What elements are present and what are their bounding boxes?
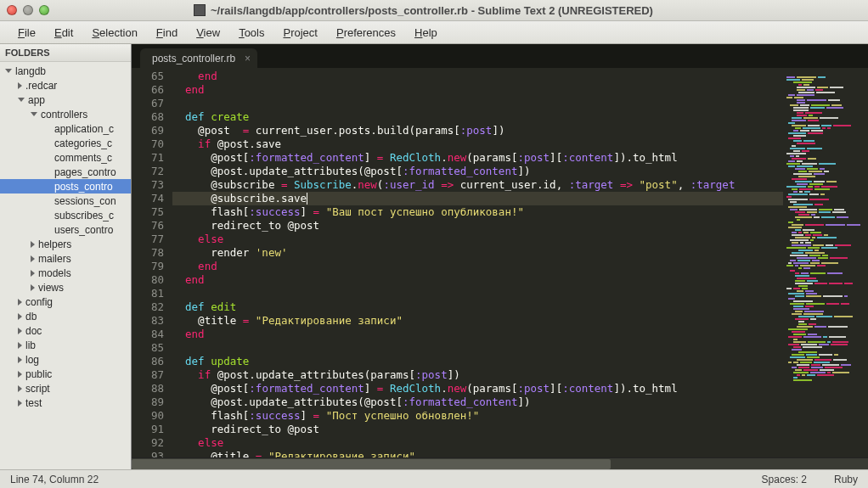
close-window-button[interactable] [7,5,17,15]
menu-selection[interactable]: Selection [82,23,146,42]
tree-item-config[interactable]: config [0,294,131,309]
tree-item-label: app [28,94,45,106]
tree-item-subscribes-c[interactable]: subscribes_c [0,208,131,222]
code-line[interactable]: else [172,436,783,450]
code-line[interactable]: @subscribe.save [172,192,783,205]
code-line[interactable]: if @post.save [172,137,783,151]
code-line[interactable]: @title = "Редактирование записи" [172,450,783,457]
tree-item-posts-contro[interactable]: posts_contro [0,179,131,194]
code-line[interactable]: @post.update_attributes(@post[:formatted… [172,165,783,178]
code-line[interactable]: redirect_to @post [172,219,783,233]
tree-item-label: .redcar [25,80,57,92]
code-line[interactable]: flash[:success] = "Пост успешно обновлен… [172,409,783,423]
tree-item-sessions-con[interactable]: sessions_con [0,194,131,208]
menu-preferences[interactable]: Preferences [327,23,405,42]
code-line[interactable]: def update [172,355,783,368]
menu-edit[interactable]: Edit [45,23,82,42]
menu-view[interactable]: View [187,23,229,42]
tree-item-public[interactable]: public [0,367,131,381]
menu-file[interactable]: File [8,23,45,42]
tree-item-db[interactable]: db [0,309,131,323]
code-area[interactable]: end end def create @post = current_user.… [172,68,783,457]
tree-item-pages-contro[interactable]: pages_contro [0,165,131,179]
tree-item-mailers[interactable]: mailers [0,251,131,266]
menu-project[interactable]: Project [273,23,326,42]
code-line[interactable] [172,287,783,300]
code-line[interactable]: @post[:formatted_content] = RedCloth.new… [172,382,783,395]
syntax-setting[interactable]: Ruby [834,474,858,485]
tree-item-views[interactable]: views [0,280,131,294]
tree-item-label: langdb [15,65,46,77]
folder-closed-icon [18,313,22,320]
code-line[interactable]: end [172,70,783,83]
tab-posts-controller[interactable]: posts_controller.rb × [140,48,257,68]
code-line[interactable]: redirect_to @post [172,423,783,436]
editor-body[interactable]: 6566676869707172737475767778798081828384… [132,68,868,457]
tree-item-application-c[interactable]: application_c [0,121,131,136]
menu-help[interactable]: Help [405,23,447,42]
code-line[interactable]: def create [172,110,783,124]
code-line[interactable]: render 'new' [172,246,783,260]
tree-item-lib[interactable]: lib [0,338,131,352]
tree-item-doc[interactable]: doc [0,323,131,338]
editor-area: posts_controller.rb × 656667686970717273… [132,44,868,469]
code-line[interactable] [172,341,783,355]
tree-item-helpers[interactable]: helpers [0,237,131,251]
code-line[interactable]: @post[:formatted_content] = RedCloth.new… [172,151,783,165]
tree-item-label: models [38,267,71,279]
file-icon [43,139,51,147]
code-line[interactable]: @subscribe = Subscribe.new(:user_id => c… [172,178,783,192]
folder-open-icon [31,112,37,116]
tree-item-categories-c[interactable]: categories_c [0,136,131,150]
tree-item-script[interactable]: script [0,381,131,395]
sidebar-header: FOLDERS [0,44,131,62]
folder-closed-icon [18,356,22,363]
folder-closed-icon [18,299,22,306]
maximize-window-button[interactable] [39,5,49,15]
tree-item-label: doc [25,325,42,337]
code-line[interactable]: end [172,328,783,341]
code-line[interactable]: def edit [172,300,783,314]
code-line[interactable]: end [172,273,783,287]
code-line[interactable]: flash[:success] = "Ваш пост успешно опуб… [172,205,783,219]
code-line[interactable]: if @post.update_attributes(params[:post]… [172,368,783,382]
tree-item-label: subscribes_c [54,210,114,222]
file-icon [43,154,51,161]
menu-tools[interactable]: Tools [229,23,273,42]
code-line[interactable]: end [172,260,783,273]
folder-closed-icon [31,241,35,248]
close-tab-icon[interactable]: × [245,53,251,65]
tree-item-label: posts_contro [54,181,113,193]
tree-item-label: users_contro [54,224,113,236]
tree-item-models[interactable]: models [0,266,131,280]
code-line[interactable]: @title = "Редактирование записи" [172,314,783,328]
tree-item-label: helpers [38,238,71,250]
code-line[interactable]: @post.update_attributes(@post[:formatted… [172,395,783,409]
folder-closed-icon [18,371,22,378]
tree-item-app[interactable]: app [0,93,131,107]
tree-item-comments-c[interactable]: comments_c [0,150,131,165]
menubar: FileEditSelectionFindViewToolsProjectPre… [0,21,868,44]
tree-item-users-contro[interactable]: users_contro [0,222,131,237]
horizontal-scrollbar-thumb[interactable] [132,459,611,469]
tree-item-log[interactable]: log [0,352,131,367]
code-line[interactable]: else [172,233,783,246]
code-line[interactable] [172,97,783,110]
tree-item--redcar[interactable]: .redcar [0,78,131,93]
folder-tree[interactable]: langdb.redcarappcontrollersapplication_c… [0,62,131,469]
code-line[interactable]: @post = current_user.posts.build(params[… [172,124,783,137]
tree-item-controllers[interactable]: controllers [0,107,131,121]
horizontal-scrollbar[interactable] [132,457,868,469]
tree-item-langdb[interactable]: langdb [0,64,131,78]
tree-item-test[interactable]: test [0,395,131,410]
folder-closed-icon [31,255,35,262]
indentation-setting[interactable]: Spaces: 2 [762,474,807,485]
tab-bar: posts_controller.rb × [132,44,868,68]
sidebar: FOLDERS langdb.redcarappcontrollersappli… [0,44,132,469]
line-number-gutter: 6566676869707172737475767778798081828384… [132,68,172,457]
menu-find[interactable]: Find [147,23,187,42]
code-line[interactable]: end [172,83,783,97]
window-titlebar: ~/rails/langdb/app/controllers/posts_con… [0,0,868,21]
minimize-window-button[interactable] [23,5,33,15]
minimap[interactable] [783,68,868,457]
